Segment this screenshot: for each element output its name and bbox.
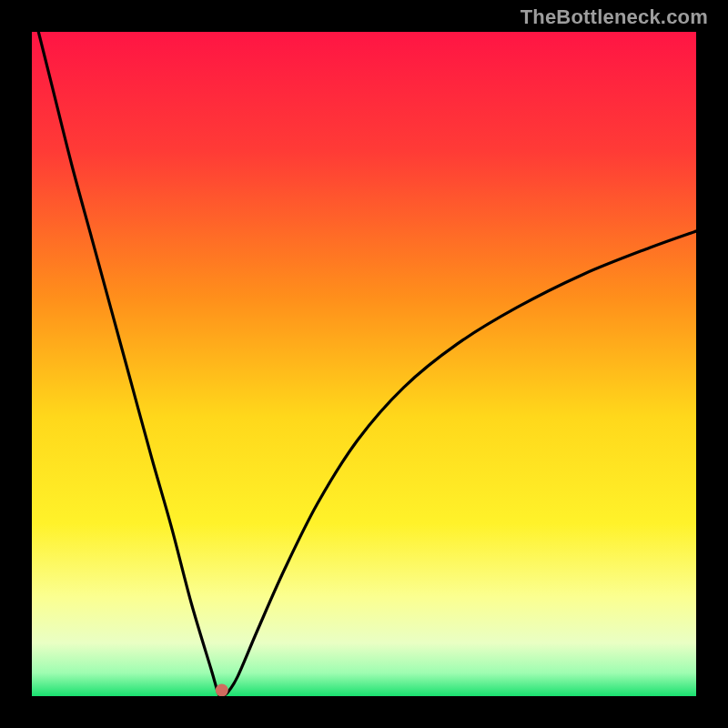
chart-svg — [32, 32, 696, 696]
chart-frame: TheBottleneck.com — [0, 0, 728, 728]
watermark-text: TheBottleneck.com — [521, 5, 708, 29]
plot-area — [32, 32, 696, 696]
gradient-background — [32, 32, 696, 696]
optimal-point-marker — [216, 683, 228, 696]
